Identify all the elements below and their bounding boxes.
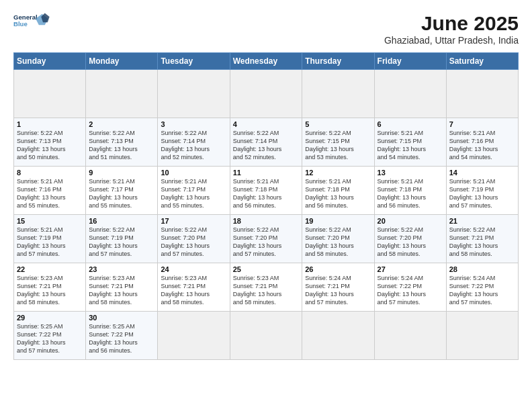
day-number: 14 <box>449 169 515 177</box>
col-header-sunday: Sunday <box>14 53 86 70</box>
calendar-table: SundayMondayTuesdayWednesdayThursdayFrid… <box>13 52 519 360</box>
day-info: Sunrise: 5:21 AM Sunset: 7:15 PM Dayligh… <box>378 129 443 162</box>
day-info: Sunrise: 5:23 AM Sunset: 7:21 PM Dayligh… <box>17 274 83 307</box>
calendar-cell: 27Sunrise: 5:24 AM Sunset: 7:22 PM Dayli… <box>374 263 446 312</box>
day-info: Sunrise: 5:23 AM Sunset: 7:21 PM Dayligh… <box>89 274 154 307</box>
calendar-cell: 17Sunrise: 5:22 AM Sunset: 7:20 PM Dayli… <box>158 215 230 263</box>
title-block: June 2025 Ghaziabad, Uttar Pradesh, Indi… <box>384 12 519 46</box>
day-number: 29 <box>17 314 83 322</box>
day-info: Sunrise: 5:21 AM Sunset: 7:16 PM Dayligh… <box>17 177 83 210</box>
calendar-cell <box>14 70 86 118</box>
day-info: Sunrise: 5:24 AM Sunset: 7:22 PM Dayligh… <box>378 274 443 307</box>
day-info: Sunrise: 5:24 AM Sunset: 7:22 PM Dayligh… <box>449 274 515 307</box>
day-info: Sunrise: 5:22 AM Sunset: 7:19 PM Dayligh… <box>89 226 154 259</box>
calendar-week-0 <box>14 70 519 118</box>
day-number: 24 <box>161 265 226 273</box>
day-number: 3 <box>161 120 226 128</box>
calendar-cell: 11Sunrise: 5:21 AM Sunset: 7:18 PM Dayli… <box>230 167 302 215</box>
day-info: Sunrise: 5:22 AM Sunset: 7:20 PM Dayligh… <box>378 226 443 259</box>
calendar-cell: 24Sunrise: 5:23 AM Sunset: 7:21 PM Dayli… <box>158 263 230 312</box>
day-number: 4 <box>233 120 300 128</box>
calendar-cell <box>374 312 446 360</box>
day-number: 10 <box>161 169 226 177</box>
day-info: Sunrise: 5:21 AM Sunset: 7:17 PM Dayligh… <box>161 177 226 210</box>
page: General Blue June 2025 Ghaziabad, Uttar … <box>0 0 532 411</box>
day-number: 17 <box>161 217 226 225</box>
day-number: 12 <box>305 169 371 177</box>
calendar-cell: 5Sunrise: 5:22 AM Sunset: 7:15 PM Daylig… <box>302 118 374 167</box>
calendar-cell <box>158 70 230 118</box>
day-number: 7 <box>449 120 515 128</box>
header: General Blue June 2025 Ghaziabad, Uttar … <box>13 12 519 46</box>
calendar-cell: 20Sunrise: 5:22 AM Sunset: 7:20 PM Dayli… <box>374 215 446 263</box>
day-info: Sunrise: 5:23 AM Sunset: 7:21 PM Dayligh… <box>161 274 226 307</box>
calendar-cell: 10Sunrise: 5:21 AM Sunset: 7:17 PM Dayli… <box>158 167 230 215</box>
day-info: Sunrise: 5:25 AM Sunset: 7:22 PM Dayligh… <box>89 322 154 355</box>
calendar-cell <box>374 70 446 118</box>
calendar-cell: 22Sunrise: 5:23 AM Sunset: 7:21 PM Dayli… <box>14 263 86 312</box>
day-info: Sunrise: 5:22 AM Sunset: 7:14 PM Dayligh… <box>233 129 300 162</box>
col-header-wednesday: Wednesday <box>230 53 302 70</box>
calendar-week-4: 22Sunrise: 5:23 AM Sunset: 7:21 PM Dayli… <box>14 263 519 312</box>
day-info: Sunrise: 5:22 AM Sunset: 7:13 PM Dayligh… <box>89 129 154 162</box>
day-info: Sunrise: 5:22 AM Sunset: 7:20 PM Dayligh… <box>305 226 371 259</box>
calendar-cell: 30Sunrise: 5:25 AM Sunset: 7:22 PM Dayli… <box>86 312 158 360</box>
calendar-cell: 2Sunrise: 5:22 AM Sunset: 7:13 PM Daylig… <box>86 118 158 167</box>
day-number: 18 <box>233 217 300 225</box>
logo-svg: General Blue <box>13 12 50 30</box>
day-info: Sunrise: 5:21 AM Sunset: 7:17 PM Dayligh… <box>89 177 154 210</box>
calendar-cell: 1Sunrise: 5:22 AM Sunset: 7:13 PM Daylig… <box>14 118 86 167</box>
calendar-week-3: 15Sunrise: 5:21 AM Sunset: 7:19 PM Dayli… <box>14 215 519 263</box>
day-info: Sunrise: 5:22 AM Sunset: 7:21 PM Dayligh… <box>449 226 515 259</box>
day-number: 11 <box>233 169 300 177</box>
day-number: 19 <box>305 217 371 225</box>
calendar-cell: 13Sunrise: 5:21 AM Sunset: 7:18 PM Dayli… <box>374 167 446 215</box>
day-number: 16 <box>89 217 154 225</box>
calendar-cell <box>230 70 302 118</box>
calendar-cell: 28Sunrise: 5:24 AM Sunset: 7:22 PM Dayli… <box>446 263 518 312</box>
day-number: 22 <box>17 265 83 273</box>
col-header-monday: Monday <box>86 53 158 70</box>
col-header-friday: Friday <box>374 53 446 70</box>
day-info: Sunrise: 5:21 AM Sunset: 7:18 PM Dayligh… <box>378 177 443 210</box>
calendar-cell: 4Sunrise: 5:22 AM Sunset: 7:14 PM Daylig… <box>230 118 302 167</box>
calendar-cell: 18Sunrise: 5:22 AM Sunset: 7:20 PM Dayli… <box>230 215 302 263</box>
day-info: Sunrise: 5:21 AM Sunset: 7:19 PM Dayligh… <box>449 177 515 210</box>
calendar-cell: 19Sunrise: 5:22 AM Sunset: 7:20 PM Dayli… <box>302 215 374 263</box>
day-info: Sunrise: 5:21 AM Sunset: 7:18 PM Dayligh… <box>305 177 371 210</box>
calendar-cell <box>86 70 158 118</box>
subtitle: Ghaziabad, Uttar Pradesh, India <box>384 35 519 46</box>
day-number: 21 <box>449 217 515 225</box>
svg-text:Blue: Blue <box>13 20 28 28</box>
calendar-week-2: 8Sunrise: 5:21 AM Sunset: 7:16 PM Daylig… <box>14 167 519 215</box>
day-info: Sunrise: 5:23 AM Sunset: 7:21 PM Dayligh… <box>233 274 300 307</box>
calendar-cell <box>302 70 374 118</box>
calendar-cell: 29Sunrise: 5:25 AM Sunset: 7:22 PM Dayli… <box>14 312 86 360</box>
col-header-saturday: Saturday <box>446 53 518 70</box>
day-number: 26 <box>305 265 371 273</box>
col-header-tuesday: Tuesday <box>158 53 230 70</box>
calendar-cell: 16Sunrise: 5:22 AM Sunset: 7:19 PM Dayli… <box>86 215 158 263</box>
day-number: 30 <box>89 314 154 322</box>
day-number: 13 <box>378 169 443 177</box>
calendar-cell <box>158 312 230 360</box>
logo: General Blue <box>13 12 50 30</box>
calendar-cell: 15Sunrise: 5:21 AM Sunset: 7:19 PM Dayli… <box>14 215 86 263</box>
day-number: 6 <box>378 120 443 128</box>
main-title: June 2025 <box>384 12 519 35</box>
day-info: Sunrise: 5:22 AM Sunset: 7:13 PM Dayligh… <box>17 129 83 162</box>
day-number: 8 <box>17 169 83 177</box>
calendar-week-5: 29Sunrise: 5:25 AM Sunset: 7:22 PM Dayli… <box>14 312 519 360</box>
day-info: Sunrise: 5:22 AM Sunset: 7:14 PM Dayligh… <box>161 129 226 162</box>
day-number: 28 <box>449 265 515 273</box>
day-number: 2 <box>89 120 154 128</box>
day-info: Sunrise: 5:21 AM Sunset: 7:18 PM Dayligh… <box>233 177 300 210</box>
calendar-cell <box>446 312 518 360</box>
day-number: 1 <box>17 120 83 128</box>
calendar-cell: 9Sunrise: 5:21 AM Sunset: 7:17 PM Daylig… <box>86 167 158 215</box>
calendar-cell: 7Sunrise: 5:21 AM Sunset: 7:16 PM Daylig… <box>446 118 518 167</box>
day-number: 5 <box>305 120 371 128</box>
col-header-thursday: Thursday <box>302 53 374 70</box>
calendar-cell: 25Sunrise: 5:23 AM Sunset: 7:21 PM Dayli… <box>230 263 302 312</box>
calendar-cell: 26Sunrise: 5:24 AM Sunset: 7:21 PM Dayli… <box>302 263 374 312</box>
